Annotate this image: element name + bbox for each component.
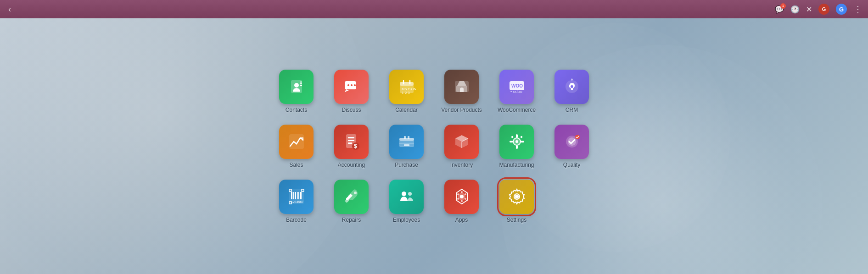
- topbar-right: 💬 1 🕐 ✕ G G ⋮: [775, 4, 862, 15]
- svg-rect-25: [348, 140, 354, 141]
- google-icon[interactable]: G: [836, 4, 847, 15]
- svg-point-65: [460, 195, 464, 198]
- app-icon-crm: [554, 70, 589, 104]
- app-icon-purchase: [389, 125, 424, 159]
- svg-point-68: [465, 198, 466, 200]
- app-icon-quality: [554, 125, 589, 159]
- svg-rect-51: [295, 192, 296, 199]
- topbar-left: ‹: [6, 4, 14, 15]
- svg-text:$: $: [354, 143, 357, 149]
- app-label-vendor-products: Vendor Products: [441, 107, 482, 113]
- app-item-sales[interactable]: Sales: [271, 121, 322, 171]
- svg-rect-32: [404, 144, 409, 146]
- svg-rect-52: [297, 192, 298, 199]
- svg-rect-44: [520, 136, 523, 138]
- svg-rect-40: [516, 145, 518, 149]
- app-label-inventory: Inventory: [450, 162, 473, 168]
- svg-rect-33: [404, 136, 406, 139]
- svg-point-73: [515, 195, 519, 198]
- app-icon-settings: [499, 180, 534, 214]
- app-icon-woocommerce: WOO • odoo: [499, 70, 534, 104]
- svg-rect-39: [516, 134, 518, 138]
- more-icon[interactable]: ⋮: [853, 4, 862, 15]
- svg-rect-54: [300, 192, 302, 199]
- svg-text:WOO: WOO: [511, 83, 523, 88]
- app-item-accounting[interactable]: $ Accounting: [326, 121, 377, 171]
- svg-text:1  2  3: 1 2 3: [402, 91, 410, 95]
- app-icon-calendar: Mo Tu We 1 2 3: [389, 70, 424, 104]
- app-icon-barcode: 1234567: [279, 180, 314, 214]
- topbar: ‹ 💬 1 🕐 ✕ G G ⋮: [0, 0, 868, 18]
- svg-point-66: [461, 191, 463, 193]
- svg-rect-10: [400, 82, 414, 86]
- app-label-sales: Sales: [289, 162, 303, 168]
- svg-text:• odoo: • odoo: [510, 89, 522, 94]
- app-label-barcode: Barcode: [286, 217, 307, 223]
- svg-rect-42: [521, 141, 524, 142]
- app-item-vendor-products[interactable]: Vendor Products: [437, 66, 487, 116]
- app-label-manufacturing: Manufacturing: [499, 162, 534, 168]
- app-label-crm: CRM: [566, 107, 578, 113]
- app-item-discuss[interactable]: Discuss: [326, 66, 377, 116]
- app-item-employees[interactable]: Employees: [381, 176, 432, 226]
- app-label-purchase: Purchase: [395, 162, 418, 168]
- app-label-apps: Apps: [455, 217, 468, 223]
- app-label-quality: Quality: [563, 162, 580, 168]
- svg-point-62: [408, 192, 412, 196]
- app-icon-repairs: [334, 180, 369, 214]
- app-item-apps[interactable]: Apps: [437, 176, 487, 226]
- avatar[interactable]: G: [818, 4, 829, 15]
- app-icon-vendor-products: [444, 70, 479, 104]
- svg-rect-24: [348, 137, 354, 138]
- app-label-repairs: Repairs: [342, 217, 361, 223]
- svg-point-71: [457, 193, 459, 195]
- svg-point-70: [457, 198, 459, 200]
- app-item-repairs[interactable]: Repairs: [326, 176, 377, 226]
- app-item-manufacturing[interactable]: Manufacturing: [492, 121, 542, 171]
- svg-rect-50: [293, 192, 294, 199]
- app-item-barcode[interactable]: 1234567 Barcode: [271, 176, 322, 226]
- svg-point-60: [354, 192, 357, 194]
- svg-rect-30: [399, 138, 414, 141]
- svg-rect-41: [510, 141, 513, 142]
- svg-rect-53: [298, 192, 299, 199]
- svg-rect-26: [348, 142, 352, 144]
- app-icon-accounting: $: [334, 125, 369, 159]
- app-icon-employees: [389, 180, 424, 214]
- svg-text:1234567: 1234567: [291, 200, 303, 203]
- app-label-accounting: Accounting: [338, 162, 365, 168]
- app-grid: Contacts Discuss Mo Tu We 1 2 3 Calendar…: [262, 57, 606, 236]
- svg-point-67: [465, 193, 466, 195]
- svg-point-69: [461, 200, 463, 202]
- app-item-quality[interactable]: Quality: [547, 121, 597, 171]
- svg-rect-43: [511, 136, 514, 138]
- close-icon[interactable]: ✕: [806, 5, 812, 14]
- app-item-calendar[interactable]: Mo Tu We 1 2 3 Calendar: [381, 66, 432, 116]
- app-item-woocommerce[interactable]: WOO • odoo WooCommerce: [492, 66, 542, 116]
- app-label-settings: Settings: [507, 217, 526, 223]
- app-label-calendar: Calendar: [395, 107, 418, 113]
- app-icon-sales: [279, 125, 314, 159]
- app-label-discuss: Discuss: [342, 107, 361, 113]
- svg-rect-49: [291, 192, 292, 199]
- chat-badge: 1: [780, 3, 786, 9]
- app-label-woocommerce: WooCommerce: [498, 107, 536, 113]
- svg-point-61: [402, 192, 406, 196]
- app-item-purchase[interactable]: Purchase: [381, 121, 432, 171]
- app-item-crm[interactable]: CRM: [547, 66, 597, 116]
- clock-icon[interactable]: 🕐: [790, 5, 800, 14]
- svg-point-8: [354, 84, 356, 86]
- app-icon-apps: [444, 180, 479, 214]
- app-label-employees: Employees: [393, 217, 420, 223]
- svg-rect-22: [289, 134, 304, 149]
- app-icon-manufacturing: [499, 125, 534, 159]
- app-item-inventory[interactable]: Inventory: [437, 121, 487, 171]
- back-button[interactable]: ‹: [6, 4, 14, 15]
- main-content: Contacts Discuss Mo Tu We 1 2 3 Calendar…: [0, 18, 868, 274]
- app-item-contacts[interactable]: Contacts: [271, 66, 322, 116]
- app-icon-inventory: [444, 125, 479, 159]
- app-icon-contacts: [279, 70, 314, 104]
- app-item-settings[interactable]: Settings: [492, 176, 542, 226]
- chat-icon[interactable]: 💬 1: [775, 5, 784, 14]
- app-icon-discuss: [334, 70, 369, 104]
